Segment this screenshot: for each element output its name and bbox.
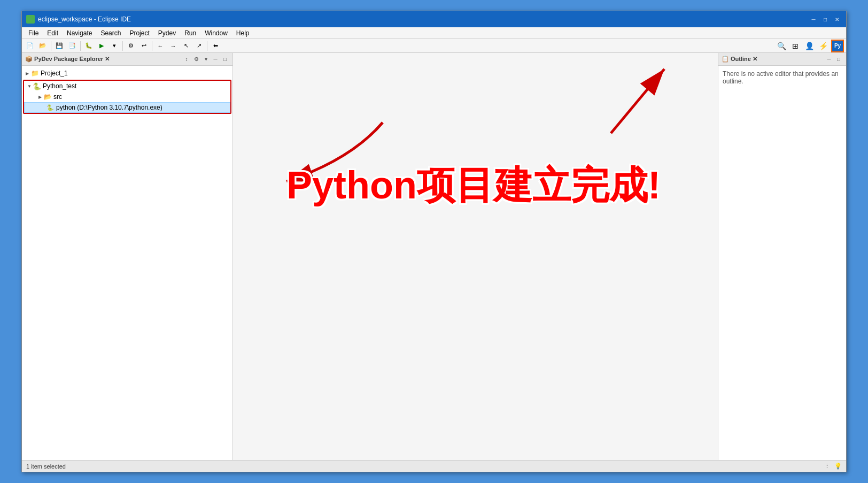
menu-bar: File Edit Navigate Search Project Pydev …	[22, 27, 846, 39]
menu-project[interactable]: Project	[125, 28, 153, 38]
outline-icon: 📋	[722, 56, 731, 62]
prev-button[interactable]: ⬅	[210, 40, 221, 52]
menu-file[interactable]: File	[24, 28, 43, 38]
panel-collapse-btn[interactable]: ⚙	[192, 55, 200, 64]
tree-item-project1[interactable]: ▶ 📁 Project_1	[22, 68, 232, 79]
prev-edit-button[interactable]: ↖	[180, 40, 192, 52]
src-folder-icon: 📂	[43, 93, 52, 101]
right-arrow-svg	[595, 58, 675, 144]
main-area: 📦 PyDev Package Explorer ✕ ↕ ⚙ ▾ ─ □ ▶ 📁…	[22, 53, 846, 460]
toolbar: 📄 📂 💾 📑 🐛 ▶ ▾ ⚙ ↩ ← → ↖ ↗ ⬅ 🔍 ⊞ 👤 ⚡ Py	[22, 39, 846, 53]
outline-panel: 📋 Outline ✕ ─ □ There is no active edito…	[718, 53, 846, 460]
menu-navigate[interactable]: Navigate	[63, 28, 96, 38]
arrow-src: ▶	[37, 94, 43, 100]
menu-search[interactable]: Search	[96, 28, 125, 38]
python-perspective-button[interactable]: Py	[831, 40, 844, 52]
python-interp-label: python (D:\Python 3.10.7\python.exe)	[56, 104, 162, 111]
outline-header-icons: ─ □	[825, 55, 843, 64]
tree-item-python-interp[interactable]: 🐍 python (D:\Python 3.10.7\python.exe)	[24, 102, 230, 113]
app-icon	[26, 15, 35, 24]
toolbar-right: 🔍 ⊞ 👤 ⚡ Py	[776, 40, 844, 52]
close-button[interactable]: ✕	[832, 14, 842, 24]
toolbar-icon-1[interactable]: ⊞	[789, 40, 801, 52]
maximize-button[interactable]: □	[820, 14, 830, 24]
new-button[interactable]: 📄	[24, 40, 36, 52]
editor-area: Python项目建立完成!	[233, 53, 718, 460]
arrow-project1: ▶	[24, 70, 30, 76]
toolbar-btn-2[interactable]: ↩	[138, 40, 150, 52]
status-right: ⋮ 💡	[824, 463, 842, 470]
minimize-button[interactable]: ─	[809, 14, 818, 24]
debug-button[interactable]: 🐛	[83, 40, 95, 52]
tree-item-python-test[interactable]: ▼ 🐍 Python_test	[24, 81, 230, 91]
pydev-package-explorer-panel: 📦 PyDev Package Explorer ✕ ↕ ⚙ ▾ ─ □ ▶ 📁…	[22, 53, 233, 460]
toolbar-separator-2	[80, 41, 81, 51]
panel-maximize-btn[interactable]: □	[221, 55, 229, 64]
title-bar: eclipse_workspace - Eclipse IDE ─ □ ✕	[22, 11, 846, 27]
run-dropdown[interactable]: ▾	[108, 40, 120, 52]
python-test-label: Python_test	[43, 82, 76, 90]
toolbar-separator-3	[122, 41, 123, 51]
annotation-text: Python项目建立完成!	[286, 160, 661, 211]
status-icon-2: 💡	[834, 463, 842, 470]
eclipse-window: eclipse_workspace - Eclipse IDE ─ □ ✕ Fi…	[21, 11, 847, 472]
save-all-button[interactable]: 📑	[66, 40, 78, 52]
search-toolbar-button[interactable]: 🔍	[776, 40, 787, 52]
outline-minimize-btn[interactable]: ─	[825, 55, 833, 64]
status-bar: 1 item selected ⋮ 💡	[22, 460, 846, 472]
toolbar-separator-1	[51, 41, 51, 51]
left-arrow-svg	[244, 96, 393, 203]
python-test-icon: 🐍	[33, 82, 41, 90]
src-label: src	[53, 93, 62, 101]
status-icon-1: ⋮	[824, 463, 830, 470]
toolbar-separator-4	[152, 41, 152, 51]
toolbar-icon-3[interactable]: ⚡	[817, 40, 829, 52]
panel-menu-btn[interactable]: ▾	[201, 55, 210, 64]
project1-label: Project_1	[41, 70, 68, 77]
project-tree[interactable]: ▶ 📁 Project_1 ▼ 🐍 Python_test ▶ 📂	[22, 66, 232, 460]
status-text: 1 item selected	[26, 463, 66, 470]
panel-icon: 📦	[25, 56, 34, 62]
panel-header-icons: ↕ ⚙ ▾ ─ □	[182, 55, 229, 64]
open-button[interactable]: 📂	[37, 40, 49, 52]
next-edit-button[interactable]: ↗	[193, 40, 205, 52]
menu-edit[interactable]: Edit	[43, 28, 63, 38]
outline-message: There is no active editor that provides …	[723, 70, 839, 85]
menu-run[interactable]: Run	[180, 28, 200, 38]
menu-help[interactable]: Help	[232, 28, 254, 38]
tree-item-src[interactable]: ▶ 📂 src	[24, 91, 230, 102]
panel-sync-btn[interactable]: ↕	[182, 55, 191, 64]
annotation-overlay: Python项目建立完成!	[233, 53, 718, 460]
menu-window[interactable]: Window	[200, 28, 232, 38]
python-interp-icon: 🐍	[46, 103, 55, 112]
project-icon: 📁	[30, 69, 39, 78]
save-button[interactable]: 💾	[53, 40, 65, 52]
toolbar-separator-5	[207, 41, 207, 51]
back-button[interactable]: ←	[154, 40, 166, 52]
panel-header: 📦 PyDev Package Explorer ✕ ↕ ⚙ ▾ ─ □	[22, 53, 232, 66]
window-controls: ─ □ ✕	[809, 14, 842, 24]
toolbar-icon-2[interactable]: 👤	[803, 40, 815, 52]
panel-title: 📦 PyDev Package Explorer ✕	[25, 56, 110, 63]
arrow-python-test: ▼	[26, 83, 33, 89]
outline-panel-header: 📋 Outline ✕ ─ □	[718, 53, 846, 66]
outline-content: There is no active editor that provides …	[718, 66, 846, 460]
outline-maximize-btn[interactable]: □	[834, 55, 843, 64]
forward-button[interactable]: →	[167, 40, 179, 52]
outline-panel-title: 📋 Outline ✕	[722, 56, 757, 63]
panel-minimize-btn[interactable]: ─	[211, 55, 220, 64]
toolbar-btn-1[interactable]: ⚙	[125, 40, 137, 52]
run-button[interactable]: ▶	[96, 40, 107, 52]
window-title: eclipse_workspace - Eclipse IDE	[38, 16, 809, 23]
python-test-highlight: ▼ 🐍 Python_test ▶ 📂 src 🐍 python	[23, 80, 231, 114]
menu-pydev[interactable]: Pydev	[154, 28, 180, 38]
